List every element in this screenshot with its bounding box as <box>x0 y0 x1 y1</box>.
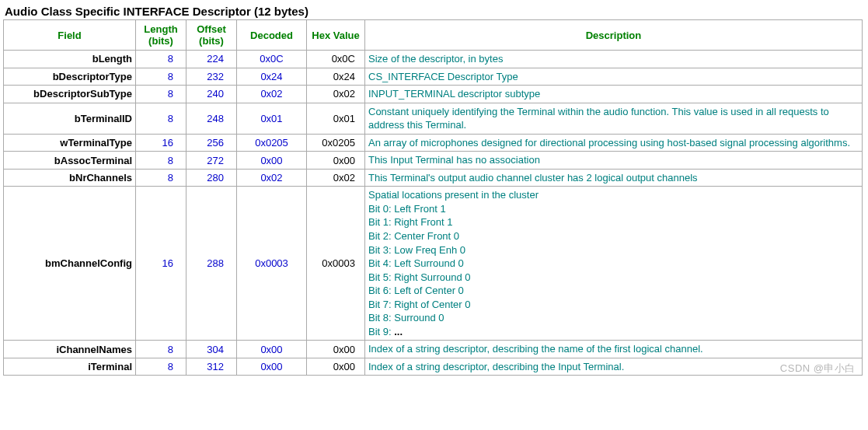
description-line: Bit 6: Left of Center 0 <box>368 284 859 298</box>
cell-field: bNrChannels <box>4 169 136 187</box>
descriptor-table: Field Length (bits) Offset (bits) Decode… <box>3 19 863 376</box>
table-row: bmChannelConfig162880x00030x0003 Spatial… <box>4 187 863 341</box>
description-line: Size of the descriptor, in bytes <box>368 52 859 66</box>
cell-description: Spatial locations present in the cluster… <box>365 187 863 341</box>
table-row: bDescriptorSubType82400x020x02INPUT_TERM… <box>4 86 863 103</box>
cell-field: bmChannelConfig <box>4 187 136 341</box>
description-line: This Input Terminal has no association <box>368 153 859 167</box>
cell-offset: 224 <box>186 51 237 68</box>
table-row: wTerminalType162560x02050x0205 An array … <box>4 134 863 152</box>
description-line: Bit 8: Surround 0 <box>368 311 859 325</box>
cell-description: This Terminal's output audio channel clu… <box>365 169 863 187</box>
cell-length: 8 <box>136 51 186 68</box>
cell-offset: 240 <box>186 86 237 103</box>
description-line: Constant uniquely identifying the Termin… <box>368 105 859 132</box>
header-offset: Offset (bits) <box>186 20 237 51</box>
description-line: INPUT_TERMINAL descriptor subtype <box>368 87 859 101</box>
cell-hex: 0x0C <box>307 51 365 68</box>
table-row: bLength82240x0C0x0CSize of the descripto… <box>4 51 863 68</box>
cell-decoded: 0x02 <box>237 169 307 187</box>
cell-description: Index of a string descriptor, describing… <box>365 341 863 358</box>
description-line: Bit 4: Left Surround 0 <box>368 257 859 271</box>
cell-decoded: 0x24 <box>237 68 307 86</box>
cell-offset: 248 <box>186 103 237 134</box>
cell-field: bLength <box>4 51 136 68</box>
cell-length: 8 <box>136 86 186 103</box>
cell-field: iChannelNames <box>4 341 136 358</box>
cell-description: CS_INTERFACE Descriptor Type <box>365 68 863 86</box>
cell-length: 8 <box>136 68 186 86</box>
cell-decoded: 0x0205 <box>237 134 307 152</box>
header-length: Length (bits) <box>136 20 186 51</box>
cell-length: 8 <box>136 341 186 358</box>
cell-offset: 272 <box>186 152 237 170</box>
cell-description: This Input Terminal has no association <box>365 152 863 170</box>
cell-length: 16 <box>136 187 186 341</box>
description-line: Index of a string descriptor, describing… <box>368 342 859 356</box>
cell-hex: 0x00 <box>307 341 365 358</box>
cell-length: 16 <box>136 134 186 152</box>
cell-offset: 280 <box>186 169 237 187</box>
cell-description: Index of a string descriptor, describing… <box>365 358 863 376</box>
description-line: Bit 3: Low Freq Enh 0 <box>368 243 859 257</box>
table-row: iTerminal83120x000x00 Index of a string … <box>4 358 863 376</box>
cell-field: bAssocTerminal <box>4 152 136 170</box>
ellipsis: ... <box>394 326 403 337</box>
cell-decoded: 0x02 <box>237 86 307 103</box>
cell-description: INPUT_TERMINAL descriptor subtype <box>365 86 863 103</box>
cell-field: iTerminal <box>4 358 136 376</box>
page-title: Audio Class Specific INTERFACE Descripto… <box>5 5 865 18</box>
description-line: CS_INTERFACE Descriptor Type <box>368 70 859 84</box>
table-row: bDescriptorType82320x240x24CS_INTERFACE … <box>4 68 863 86</box>
cell-field: bDescriptorSubType <box>4 86 136 103</box>
cell-length: 8 <box>136 358 186 376</box>
cell-offset: 304 <box>186 341 237 358</box>
header-decoded: Decoded <box>237 20 307 51</box>
cell-hex: 0x00 <box>307 358 365 376</box>
cell-hex: 0x02 <box>307 86 365 103</box>
cell-length: 8 <box>136 169 186 187</box>
description-line: Index of a string descriptor, describing… <box>368 360 859 374</box>
table-row: iChannelNames83040x000x00 Index of a str… <box>4 341 863 358</box>
header-row: Field Length (bits) Offset (bits) Decode… <box>4 20 863 51</box>
header-description: Description <box>365 20 863 51</box>
cell-offset: 312 <box>186 358 237 376</box>
description-line: Bit 9: ... <box>368 325 859 339</box>
description-line: Bit 2: Center Front 0 <box>368 229 859 243</box>
cell-offset: 256 <box>186 134 237 152</box>
cell-hex: 0x02 <box>307 169 365 187</box>
description-line: Spatial locations present in the cluster <box>368 188 859 202</box>
cell-decoded: 0x00 <box>237 341 307 358</box>
description-line: Bit 7: Right of Center 0 <box>368 298 859 312</box>
cell-decoded: 0x00 <box>237 358 307 376</box>
cell-hex: 0x01 <box>307 103 365 134</box>
cell-hex: 0x24 <box>307 68 365 86</box>
cell-decoded: 0x0003 <box>237 187 307 341</box>
cell-decoded: 0x00 <box>237 152 307 170</box>
description-line: This Terminal's output audio channel clu… <box>368 171 859 185</box>
description-line: Bit 0: Left Front 1 <box>368 202 859 216</box>
table-row: bTerminalID82480x010x01 Constant uniquel… <box>4 103 863 134</box>
table-row: bAssocTerminal82720x000x00 This Input Te… <box>4 152 863 170</box>
cell-offset: 288 <box>186 187 237 341</box>
cell-description: An array of microphones designed for dir… <box>365 134 863 152</box>
cell-decoded: 0x01 <box>237 103 307 134</box>
cell-offset: 232 <box>186 68 237 86</box>
cell-hex: 0x0003 <box>307 187 365 341</box>
cell-field: bDescriptorType <box>4 68 136 86</box>
cell-hex: 0x0205 <box>307 134 365 152</box>
description-line: Bit 5: Right Surround 0 <box>368 271 859 285</box>
table-row: bNrChannels82800x020x02 This Terminal's … <box>4 169 863 187</box>
description-line: An array of microphones designed for dir… <box>368 136 859 150</box>
cell-field: bTerminalID <box>4 103 136 134</box>
cell-description: Constant uniquely identifying the Termin… <box>365 103 863 134</box>
description-line: Bit 1: Right Front 1 <box>368 215 859 229</box>
cell-length: 8 <box>136 103 186 134</box>
cell-field: wTerminalType <box>4 134 136 152</box>
cell-hex: 0x00 <box>307 152 365 170</box>
cell-length: 8 <box>136 152 186 170</box>
cell-decoded: 0x0C <box>237 51 307 68</box>
header-field: Field <box>4 20 136 51</box>
header-hexvalue: Hex Value <box>307 20 365 51</box>
cell-description: Size of the descriptor, in bytes <box>365 51 863 68</box>
